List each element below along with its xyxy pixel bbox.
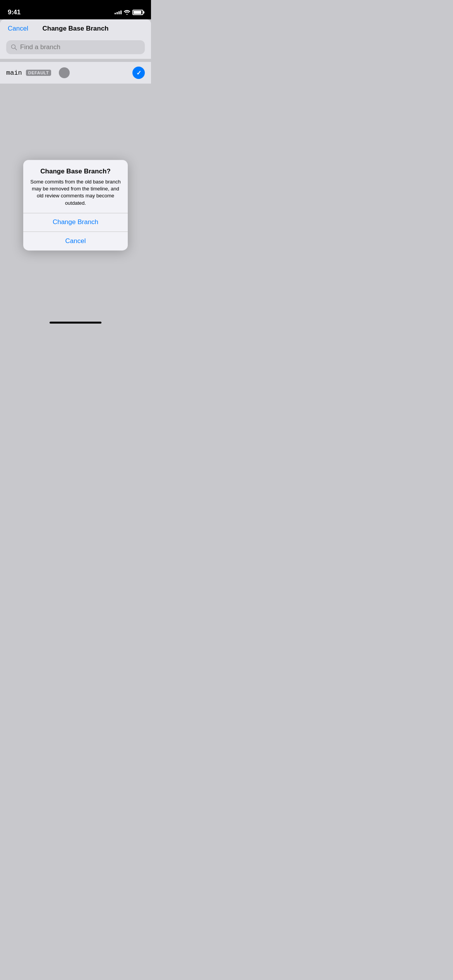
alert-cancel-button[interactable]: Cancel	[23, 232, 128, 250]
signal-bars-icon	[115, 10, 122, 14]
alert-message: Some commits from the old base branch ma…	[29, 178, 122, 207]
status-bar: 9:41	[0, 0, 151, 19]
alert-content: Change Base Branch? Some commits from th…	[23, 160, 128, 213]
home-indicator	[50, 322, 101, 324]
wifi-icon	[124, 10, 130, 15]
svg-line-1	[15, 48, 17, 50]
status-time: 9:41	[8, 9, 21, 16]
sheet-title: Change Base Branch	[43, 25, 109, 33]
search-container	[0, 37, 151, 59]
change-branch-button[interactable]: Change Branch	[23, 213, 128, 231]
default-badge: DEFAULT	[26, 70, 51, 76]
alert-dialog: Change Base Branch? Some commits from th…	[23, 160, 128, 250]
search-input[interactable]	[20, 43, 140, 51]
cancel-header-button[interactable]: Cancel	[8, 25, 28, 33]
battery-icon	[132, 10, 143, 15]
check-selected-button[interactable]: ✓	[132, 67, 145, 79]
search-input-wrapper	[6, 40, 145, 54]
sheet-header: Cancel Change Base Branch	[0, 19, 151, 37]
overlay-background: Change Base Branch? Some commits from th…	[0, 84, 151, 327]
checkmark-icon: ✓	[136, 69, 141, 77]
search-icon	[11, 44, 17, 50]
branch-row[interactable]: main DEFAULT ✓	[0, 62, 151, 84]
alert-title: Change Base Branch?	[29, 168, 122, 175]
divider-section	[0, 59, 151, 62]
branch-name: main	[6, 69, 22, 77]
page-wrapper: 9:41 Cancel Change Base Bran	[0, 0, 151, 327]
branch-dot-icon	[59, 67, 70, 78]
sheet: Cancel Change Base Branch	[0, 19, 151, 59]
status-icons	[115, 10, 143, 15]
